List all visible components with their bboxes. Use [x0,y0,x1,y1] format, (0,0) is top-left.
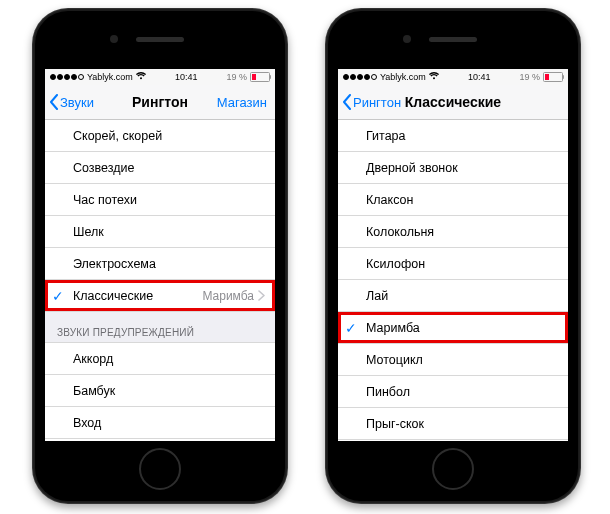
list-item[interactable]: Робот [338,440,568,441]
list-item[interactable]: Завершение [45,439,275,441]
list-item[interactable]: Колокольня [338,216,568,248]
list-item[interactable]: ✓КлассическиеМаримба [45,280,275,312]
nav-title: Рингтон [132,94,188,110]
list-item-label: Аккорд [73,352,113,366]
checkmark-icon: ✓ [345,321,357,335]
list-item[interactable]: Лай [338,280,568,312]
clock-label: 10:41 [175,72,198,82]
list-item-label: Клаксон [366,193,413,207]
list-item-label: Гитара [366,129,406,143]
list-item-label: Шелк [73,225,104,239]
chevron-left-icon [342,94,352,110]
signal-dots-icon [343,74,377,80]
list-item[interactable]: Гитара [338,120,568,152]
status-bar: Yablyk.com 10:41 19 % [45,69,275,85]
list-item[interactable]: Скорей, скорей [45,120,275,152]
back-label: Рингтон [353,95,401,110]
list-item[interactable]: Ксилофон [338,248,568,280]
list-item-label: Колокольня [366,225,434,239]
section-header-alerts: ЗВУКИ ПРЕДУПРЕЖДЕНИЙ [45,312,275,343]
list-item-label: Созвездие [73,161,134,175]
front-camera [403,35,411,43]
list-item[interactable]: Шелк [45,216,275,248]
list-item[interactable]: Бамбук [45,375,275,407]
list-item[interactable]: Час потехи [45,184,275,216]
battery-icon [543,72,563,82]
front-camera [110,35,118,43]
list-item-label: Дверной звонок [366,161,458,175]
checkmark-icon: ✓ [52,289,64,303]
back-button[interactable]: Звуки [49,94,94,110]
list-item[interactable]: Вход [45,407,275,439]
signal-dots-icon [50,74,84,80]
wifi-icon [429,72,439,82]
wifi-icon [136,72,146,82]
list-item-label: Лай [366,289,388,303]
list-item-label: Пинбол [366,385,410,399]
list-item[interactable]: Мотоцикл [338,344,568,376]
list-item[interactable]: Созвездие [45,152,275,184]
battery-icon [250,72,270,82]
battery-text: 19 % [519,72,540,82]
row-value: Маримба [202,289,265,303]
ringtone-list: Скорей, скорейСозвездиеЧас потехиШелкЭле… [45,120,275,441]
store-link[interactable]: Магазин [217,95,267,110]
list-item[interactable]: Аккорд [45,343,275,375]
status-bar: Yablyk.com 10:41 19 % [338,69,568,85]
list-item[interactable]: Электросхема [45,248,275,280]
screenshot-stage: Yablyk.com 10:41 19 % [0,0,610,514]
list-item-label: Вход [73,416,101,430]
back-button[interactable]: Рингтон [342,94,401,110]
iphone-right: Yablyk.com 10:41 19 % [325,8,581,504]
list-item-label: Ксилофон [366,257,425,271]
classic-list: ГитараДверной звонокКлаксонКолокольняКси… [338,120,568,441]
iphone-left: Yablyk.com 10:41 19 % [32,8,288,504]
battery-text: 19 % [226,72,247,82]
list-item-label: Маримба [366,321,420,335]
list-item-label: Электросхема [73,257,156,271]
list-item-label: Бамбук [73,384,115,398]
list-item[interactable]: Клаксон [338,184,568,216]
list-item[interactable]: Дверной звонок [338,152,568,184]
list-item-label: Час потехи [73,193,137,207]
home-button[interactable] [139,448,181,490]
list-item-label: Прыг-скок [366,417,424,431]
chevron-right-icon [258,290,265,301]
list-item-label: Классические [73,289,153,303]
home-button[interactable] [432,448,474,490]
carrier-label: Yablyk.com [87,72,133,82]
carrier-label: Yablyk.com [380,72,426,82]
back-label: Звуки [60,95,94,110]
nav-bar: Рингтон Классические [338,85,568,120]
list-item[interactable]: Прыг-скок [338,408,568,440]
ear-speaker [429,37,477,42]
list-item[interactable]: Пинбол [338,376,568,408]
right-screen: Yablyk.com 10:41 19 % [338,69,568,441]
left-screen: Yablyk.com 10:41 19 % [45,69,275,441]
list-item-label: Скорей, скорей [73,129,162,143]
clock-label: 10:41 [468,72,491,82]
nav-title: Классические [405,94,501,110]
chevron-left-icon [49,94,59,110]
ear-speaker [136,37,184,42]
list-item-label: Мотоцикл [366,353,423,367]
nav-bar: Звуки Рингтон Магазин [45,85,275,120]
list-item[interactable]: ✓Маримба [338,312,568,344]
